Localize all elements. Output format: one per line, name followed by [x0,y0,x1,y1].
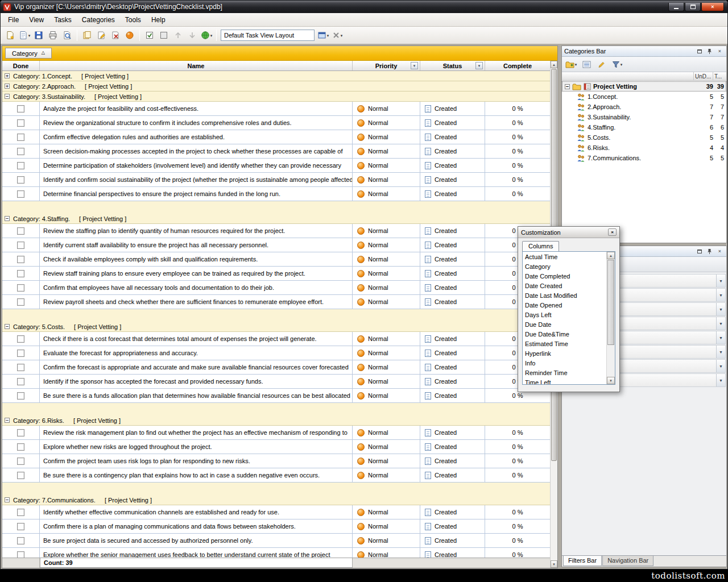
dropdown-arrow-icon[interactable]: ▼ [716,331,725,344]
task-checkbox[interactable] [17,443,24,451]
category-tree-root[interactable]: −Project Vetting3939 [562,81,726,92]
column-option[interactable]: Date Completed [523,271,606,281]
add-task-button[interactable] [80,28,94,42]
column-option[interactable]: Time Left [523,377,606,384]
column-option[interactable]: Due Date [523,319,606,329]
group-by-category-button[interactable]: Category △ [5,48,52,59]
task-row[interactable]: Be sure there is a contingency plan that… [2,468,550,483]
task-checkbox[interactable] [17,119,24,127]
column-option[interactable]: Category [523,261,606,271]
task-name[interactable]: Identify current staff availability to e… [40,238,353,252]
delete-task-button[interactable] [109,28,122,42]
column-option[interactable]: Date Created [523,281,606,290]
dock-button[interactable] [695,48,704,55]
task-row[interactable]: Confirm that employees have all necessar… [2,281,550,295]
expand-icon[interactable]: + [5,73,10,78]
task-checkbox[interactable] [17,364,24,371]
column-option[interactable]: Date Last Modified [523,290,606,300]
task-name[interactable]: Confirm the forecast is appropriate and … [40,360,353,375]
close-panel-button[interactable]: × [715,248,724,255]
task-name[interactable]: Explore whether new risks are logged thr… [40,440,353,454]
task-checkbox[interactable] [17,335,24,343]
scrollbar-thumb[interactable] [607,260,614,345]
status-filter-dropdown[interactable]: ▼ [475,62,483,69]
task-checkbox[interactable] [17,148,24,155]
task-checkbox[interactable] [17,378,24,385]
task-checkbox[interactable] [17,270,24,277]
task-row[interactable]: Review payroll sheets and check whether … [2,295,550,309]
task-checkbox[interactable] [17,551,24,558]
task-name[interactable]: Review the risk management plan to find … [40,426,353,440]
task-row[interactable]: Analyze the project for feasibility and … [2,102,550,116]
task-checkbox[interactable] [17,429,24,436]
print-button[interactable] [46,28,60,42]
column-option[interactable]: Reminder Time [523,368,606,377]
task-checkbox[interactable] [17,176,24,184]
task-name[interactable]: Identify if the sponsor has accepted the… [40,375,353,389]
dialog-title-bar[interactable]: Customization × [518,227,619,238]
task-checkbox[interactable] [17,256,24,263]
mark-complete-button[interactable] [143,28,156,42]
task-name[interactable]: Determine participation of stakeholders … [40,159,353,173]
category-tree-item[interactable]: 7.Communications.55 [562,153,726,163]
task-name[interactable]: Be sure there is a contingency plan that… [40,468,353,483]
task-name[interactable]: Review staff training plans to ensure ev… [40,267,353,281]
task-checkbox[interactable] [17,509,24,516]
close-button[interactable]: × [701,3,724,11]
dropdown-arrow-icon[interactable]: ▼ [716,360,725,372]
delete-layout-button[interactable]: ▾ [330,28,344,42]
close-panel-button[interactable]: × [715,48,724,55]
task-checkbox[interactable] [17,105,24,113]
scroll-down-button[interactable]: ▼ [551,560,557,568]
task-name[interactable]: Screen decision-making processes accepte… [40,144,353,159]
task-row[interactable]: Confirm effective delegation rules and a… [2,130,550,144]
task-checkbox[interactable] [17,162,24,169]
collapse-icon[interactable]: − [5,324,10,329]
column-header-status[interactable]: Status▼ [420,61,485,70]
task-row[interactable]: Identify whether effective communication… [2,505,550,519]
task-row[interactable]: Explore whether the senior management us… [2,548,550,558]
task-checkbox[interactable] [17,458,24,465]
category-group-header[interactable]: −Category: 4.Staffing.[ Project Vetting … [2,214,550,224]
task-row[interactable]: Confirm the project team uses risk logs … [2,454,550,468]
task-checkbox[interactable] [17,242,24,249]
task-name[interactable]: Explore whether the senior management us… [40,548,353,558]
view-layout-combobox[interactable]: Default Task View Layout [221,30,315,41]
title-bar[interactable]: Vip organizer [C:\Users\dmitry\Desktop\P… [1,1,727,13]
task-row[interactable]: Be sure there is a funds allocation plan… [2,389,550,403]
task-checkbox[interactable] [17,227,24,235]
column-option[interactable]: Days Left [523,310,606,319]
task-checkbox[interactable] [17,523,24,530]
column-option[interactable]: Date Opened [523,300,606,310]
dropdown-arrow-icon[interactable]: ▼ [716,346,725,358]
task-checkbox[interactable] [17,472,24,479]
new-task-button[interactable] [3,28,17,42]
task-row[interactable]: Confirm the forecast is appropriate and … [2,360,550,375]
task-name[interactable]: Be sure project data is secured and acce… [40,534,353,548]
category-group-header[interactable]: −Category: 6.Risks.[ Project Vetting ] [2,415,550,426]
task-name[interactable]: Confirm that employees have all necessar… [40,281,353,295]
total-column-header[interactable]: T... [713,72,726,80]
tab-columns[interactable]: Columns [522,241,559,251]
task-checkbox[interactable] [17,537,24,544]
task-name[interactable]: Check if available employees comply with… [40,252,353,267]
maximize-button[interactable] [685,3,701,11]
task-checkbox[interactable] [17,134,24,141]
category-tree-item[interactable]: 4.Staffing.66 [562,122,726,132]
category-tree-item[interactable]: 3.Sustainability.77 [562,112,726,122]
task-name[interactable]: Identify and confirm social sustainabili… [40,173,353,187]
task-name[interactable]: Confirm there is a plan of managing comm… [40,519,353,534]
column-header-priority[interactable]: Priority▼ [353,61,420,70]
task-row[interactable]: Determine participation of stakeholders … [2,159,550,173]
task-row[interactable]: Evaluate the forecast for appropriatenes… [2,346,550,360]
minimize-button[interactable] [668,3,684,11]
dropdown-arrow-icon[interactable]: ▼ [716,374,725,386]
move-down-button[interactable] [185,28,199,42]
column-option[interactable]: Hyperlink [523,348,606,358]
collapse-icon[interactable]: − [5,418,10,423]
new-item-dropdown-button[interactable]: ▾ [18,28,31,42]
scroll-down-button[interactable]: ▼ [607,377,615,384]
collapse-icon[interactable]: − [5,94,10,99]
send-online-button[interactable]: ▾ [200,28,213,42]
task-checkbox[interactable] [17,350,24,357]
